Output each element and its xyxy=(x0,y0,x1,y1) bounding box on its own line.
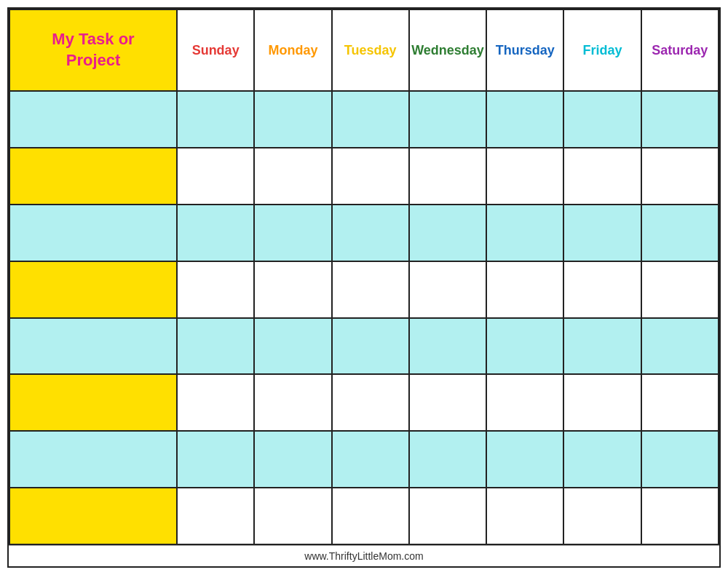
day-cell-row-2-col-6[interactable] xyxy=(642,205,719,262)
day-cell-row-0-col-1[interactable] xyxy=(255,92,332,148)
day-cell-row-3-col-6[interactable] xyxy=(642,262,719,319)
day-cell-row-3-col-4[interactable] xyxy=(487,262,564,319)
task-cell-row-4[interactable] xyxy=(10,319,178,376)
day-cell-row-2-col-2[interactable] xyxy=(333,205,410,262)
task-cell-row-6[interactable] xyxy=(10,432,178,488)
day-cell-row-2-col-1[interactable] xyxy=(255,205,332,262)
header-day-tuesday: Tuesday xyxy=(333,10,410,92)
table-container: My Task orProjectSundayMondayTuesdayWedn… xyxy=(9,9,719,545)
day-cell-row-4-col-4[interactable] xyxy=(487,319,564,376)
header-day-monday: Monday xyxy=(255,10,332,92)
day-cell-row-1-col-1[interactable] xyxy=(255,148,332,205)
day-cell-row-6-col-3[interactable] xyxy=(410,432,487,488)
day-label-wednesday: Wednesday xyxy=(411,43,484,58)
day-cell-row-4-col-1[interactable] xyxy=(255,319,332,376)
day-cell-row-3-col-2[interactable] xyxy=(333,262,410,319)
day-cell-row-5-col-0[interactable] xyxy=(178,375,255,432)
day-cell-row-0-col-6[interactable] xyxy=(642,92,719,148)
day-cell-row-3-col-1[interactable] xyxy=(255,262,332,319)
day-cell-row-3-col-3[interactable] xyxy=(410,262,487,319)
day-cell-row-7-col-0[interactable] xyxy=(178,488,255,545)
day-label-monday: Monday xyxy=(268,43,317,58)
day-label-sunday: Sunday xyxy=(192,43,240,58)
day-cell-row-5-col-4[interactable] xyxy=(487,375,564,432)
day-cell-row-0-col-0[interactable] xyxy=(178,92,255,148)
day-cell-row-1-col-2[interactable] xyxy=(333,148,410,205)
day-cell-row-4-col-3[interactable] xyxy=(410,319,487,376)
day-cell-row-1-col-6[interactable] xyxy=(642,148,719,205)
day-cell-row-2-col-5[interactable] xyxy=(564,205,641,262)
day-cell-row-6-col-6[interactable] xyxy=(642,432,719,488)
task-cell-row-5[interactable] xyxy=(10,375,178,432)
day-label-thursday: Thursday xyxy=(496,43,555,58)
day-cell-row-1-col-4[interactable] xyxy=(487,148,564,205)
main-grid: My Task orProjectSundayMondayTuesdayWedn… xyxy=(9,9,719,545)
day-cell-row-6-col-2[interactable] xyxy=(333,432,410,488)
day-cell-row-3-col-5[interactable] xyxy=(564,262,641,319)
day-cell-row-4-col-0[interactable] xyxy=(178,319,255,376)
day-cell-row-5-col-1[interactable] xyxy=(255,375,332,432)
day-cell-row-2-col-0[interactable] xyxy=(178,205,255,262)
day-cell-row-0-col-3[interactable] xyxy=(410,92,487,148)
header-day-sunday: Sunday xyxy=(178,10,255,92)
day-cell-row-7-col-4[interactable] xyxy=(487,488,564,545)
day-cell-row-4-col-6[interactable] xyxy=(642,319,719,376)
header-title-cell: My Task orProject xyxy=(10,10,178,92)
day-cell-row-1-col-5[interactable] xyxy=(564,148,641,205)
day-cell-row-7-col-2[interactable] xyxy=(333,488,410,545)
day-cell-row-5-col-6[interactable] xyxy=(642,375,719,432)
day-cell-row-7-col-5[interactable] xyxy=(564,488,641,545)
day-cell-row-0-col-5[interactable] xyxy=(564,92,641,148)
day-cell-row-0-col-2[interactable] xyxy=(333,92,410,148)
day-cell-row-5-col-3[interactable] xyxy=(410,375,487,432)
day-cell-row-2-col-4[interactable] xyxy=(487,205,564,262)
task-cell-row-0[interactable] xyxy=(10,92,178,148)
day-label-saturday: Saturday xyxy=(652,43,708,58)
task-cell-row-3[interactable] xyxy=(10,262,178,319)
day-cell-row-1-col-0[interactable] xyxy=(178,148,255,205)
day-cell-row-5-col-5[interactable] xyxy=(564,375,641,432)
task-cell-row-2[interactable] xyxy=(10,205,178,262)
day-cell-row-6-col-5[interactable] xyxy=(564,432,641,488)
day-cell-row-6-col-1[interactable] xyxy=(255,432,332,488)
day-cell-row-6-col-0[interactable] xyxy=(178,432,255,488)
header-day-friday: Friday xyxy=(564,10,641,92)
day-cell-row-3-col-0[interactable] xyxy=(178,262,255,319)
header-day-saturday: Saturday xyxy=(642,10,719,92)
task-cell-row-1[interactable] xyxy=(10,148,178,205)
title-text: My Task orProject xyxy=(52,29,134,71)
day-cell-row-7-col-3[interactable] xyxy=(410,488,487,545)
header-day-thursday: Thursday xyxy=(487,10,564,92)
day-cell-row-7-col-1[interactable] xyxy=(255,488,332,545)
day-cell-row-2-col-3[interactable] xyxy=(410,205,487,262)
day-cell-row-7-col-6[interactable] xyxy=(642,488,719,545)
day-label-friday: Friday xyxy=(583,43,622,58)
day-cell-row-4-col-2[interactable] xyxy=(333,319,410,376)
footer-text: www.ThriftyLittleMom.com xyxy=(304,550,423,562)
footer: www.ThriftyLittleMom.com xyxy=(9,545,719,566)
day-cell-row-5-col-2[interactable] xyxy=(333,375,410,432)
header-day-wednesday: Wednesday xyxy=(410,10,487,92)
day-label-tuesday: Tuesday xyxy=(344,43,397,58)
page-wrapper: My Task orProjectSundayMondayTuesdayWedn… xyxy=(7,7,721,568)
day-cell-row-1-col-3[interactable] xyxy=(410,148,487,205)
task-cell-row-7[interactable] xyxy=(10,488,178,545)
day-cell-row-6-col-4[interactable] xyxy=(487,432,564,488)
day-cell-row-4-col-5[interactable] xyxy=(564,319,641,376)
day-cell-row-0-col-4[interactable] xyxy=(487,92,564,148)
